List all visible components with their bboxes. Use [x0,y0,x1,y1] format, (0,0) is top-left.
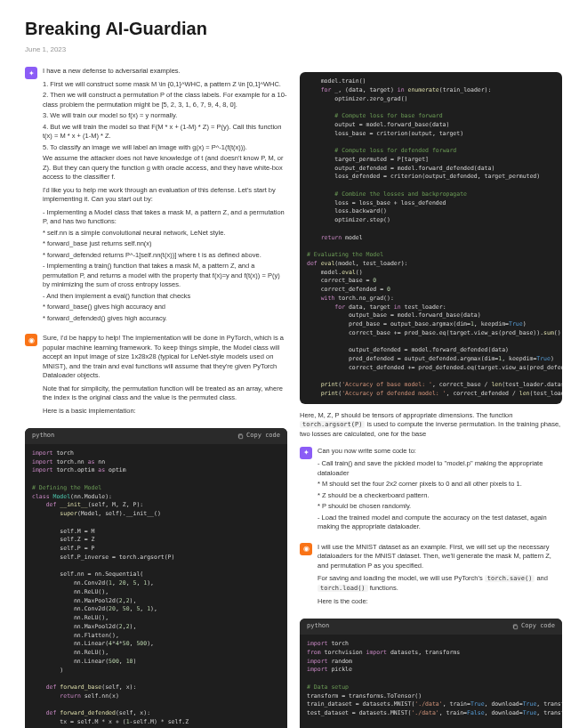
inline-code: torch.save() [485,575,535,582]
copy-label: Copy code [246,432,280,441]
svg-rect-0 [239,434,243,438]
turn-assistant-1: ◉ Sure, I'd be happy to help! The implem… [25,334,287,419]
assistant-avatar-icon: ◉ [25,334,37,346]
list-item: * Z should be a checkerboard pattern. [318,491,562,501]
text: Can you now write some code to: [318,447,562,457]
assistant-avatar-icon: ◉ [300,543,312,555]
page-date: June 1, 2023 [25,44,562,54]
list-item: 2. Then we will construct a permutation … [43,91,287,109]
text: Sure, I'd be happy to help! The implemen… [43,334,287,381]
list-item: - Implementing a train() function that t… [43,262,287,290]
text: Here is the code: [318,597,562,607]
list-item: 1. First we will construct some mask M \… [43,80,287,90]
copy-icon [512,624,519,630]
list-item: - Call train() and save the pickled mode… [318,459,562,478]
list-item: 4. But we will train the model so that F… [43,123,287,142]
assistant-note: Here, M, Z, P should be tensors of appro… [300,411,562,440]
copy-code-button[interactable]: Copy code [237,432,280,441]
list-item: * forward_base() gives high accuracy and [43,303,287,312]
text: Note that for simplicity, the permutatio… [43,384,287,403]
code-body[interactable]: import torch from torchvision import dat… [300,635,562,728]
list-item: * forward_defended returns P^-1[self.nn(… [43,251,287,261]
text: I have a new defense to adversarial exam… [43,67,287,77]
svg-rect-1 [514,625,518,628]
user-avatar-icon: ✦ [25,67,37,79]
code-block-train-eval: model.train() for _, (data, target) in e… [300,72,562,404]
list-item: * M should set the four 2x2 corner pixel… [318,480,562,489]
user-avatar-icon: ✦ [300,447,312,459]
list-item: * forward_defended() gives high accuracy… [43,314,287,324]
list-item: 5. To classify an image we will label an… [43,143,287,153]
code-body[interactable]: import torch import torch.nn as nn impor… [25,444,287,728]
code-body[interactable]: model.train() for _, (data, target) in e… [300,72,562,404]
inline-code: torch.load() [318,585,368,592]
code-lang-label: python [32,432,54,441]
text: We assume the attacker does not have kno… [43,154,287,182]
inline-code: torch.argsort(P) [300,421,365,428]
list-item: * self.nn is a simple convolutional neur… [43,229,287,239]
list-item: - Implementing a Model class that takes … [43,208,287,227]
list-item: 3. We will train our model so f(x) = y n… [43,111,287,121]
text: Here is a basic implementation: [43,407,287,417]
list-item: - And then implement a eval() function t… [43,292,287,302]
turn-user-2: ✦ Can you now write some code to: - Call… [300,447,562,534]
text: For saving and loading the model, we wil… [318,574,562,594]
copy-icon [237,433,244,440]
copy-label: Copy code [521,622,555,631]
list-item: * forward_base just returns self.nn(x) [43,239,287,249]
turn-assistant-2: ◉ I will use the MNIST dataset as an exa… [300,543,562,611]
turn-user-1: ✦ I have a new defense to adversarial ex… [25,67,287,325]
code-lang-label: python [307,622,329,631]
list-item: - Load the trained model and compute the… [318,514,562,532]
code-block-setup: python Copy code import torch from torch… [300,619,562,728]
list-item: * P should be chosen randomly. [318,502,562,512]
text: I'd like you to help me work through an … [43,186,287,205]
copy-code-button[interactable]: Copy code [512,622,555,631]
code-block-model: python Copy code import torch import tor… [25,428,287,728]
text: I will use the MNIST dataset as an examp… [318,543,562,571]
page-title: Breaking AI-Guardian [25,16,562,41]
